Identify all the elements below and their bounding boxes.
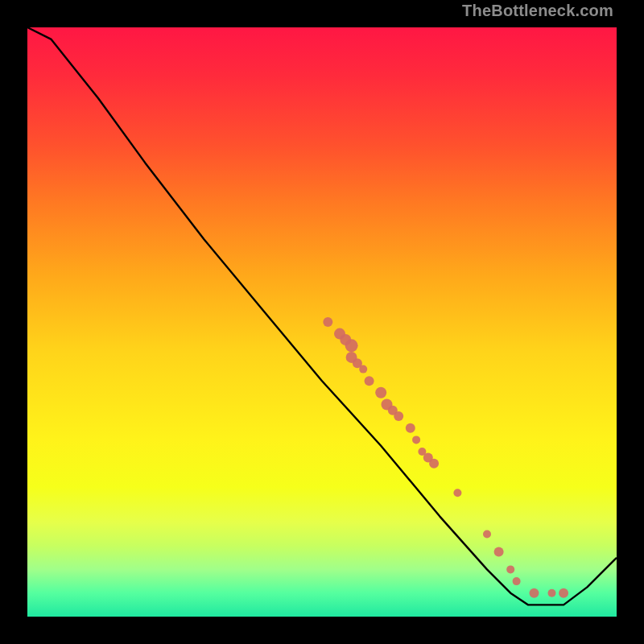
data-marker: [394, 411, 403, 421]
data-marker: [323, 317, 332, 327]
data-marker: [429, 459, 439, 469]
data-marker: [412, 436, 420, 444]
data-marker: [559, 588, 568, 598]
data-marker: [506, 565, 514, 573]
data-marker: [359, 365, 367, 374]
watermark-text: TheBottleneck.com: [462, 2, 613, 20]
data-marker: [513, 577, 521, 585]
data-marker: [483, 530, 491, 539]
data-marker: [453, 489, 461, 497]
data-markers: [323, 317, 568, 598]
data-marker: [375, 387, 386, 398]
data-marker: [345, 339, 358, 352]
data-marker: [530, 588, 539, 598]
data-marker: [365, 376, 374, 386]
data-marker: [494, 547, 504, 557]
chart-plot-area: [27, 27, 617, 617]
bottleneck-curve: [27, 27, 617, 605]
data-marker: [406, 423, 415, 433]
chart-svg: [27, 27, 617, 617]
data-marker: [548, 589, 556, 597]
